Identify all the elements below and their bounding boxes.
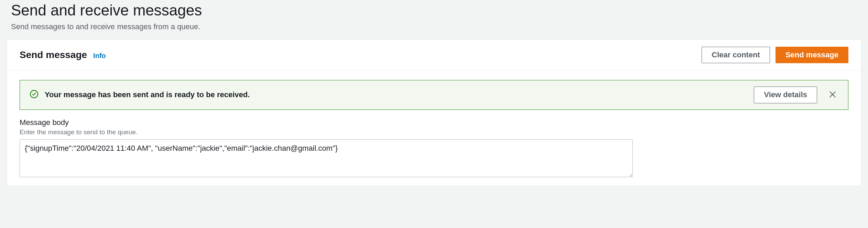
page-header: Send and receive messages Send messages … [0, 0, 868, 39]
page-title: Send and receive messages [11, 1, 857, 20]
page-description: Send messages to and receive messages fr… [11, 22, 857, 31]
panel-title: Send message [20, 49, 87, 60]
success-alert: Your message has been sent and is ready … [20, 80, 848, 110]
clear-content-button[interactable]: Clear content [702, 47, 770, 63]
panel-header-actions: Clear content Send message [702, 47, 848, 63]
info-link[interactable]: Info [93, 52, 106, 60]
message-body-hint: Enter the message to send to the queue. [20, 128, 848, 136]
dismiss-alert-button[interactable] [827, 89, 838, 101]
panel-header: Send message Info Clear content Send mes… [7, 40, 861, 70]
alert-right: View details [754, 87, 838, 103]
send-message-button[interactable]: Send message [775, 47, 848, 63]
message-body-input[interactable]: {"signupTime":"20/04/2021 11:40 AM", "us… [20, 139, 633, 177]
send-message-panel: Send message Info Clear content Send mes… [7, 39, 861, 186]
message-body-label: Message body [20, 118, 848, 127]
view-details-button[interactable]: View details [754, 87, 817, 103]
panel-body: Your message has been sent and is ready … [7, 70, 861, 185]
alert-message: Your message has been sent and is ready … [45, 90, 250, 99]
success-check-icon [30, 90, 39, 100]
close-icon [828, 90, 837, 100]
panel-header-left: Send message Info [20, 49, 106, 60]
alert-left: Your message has been sent and is ready … [30, 90, 250, 100]
